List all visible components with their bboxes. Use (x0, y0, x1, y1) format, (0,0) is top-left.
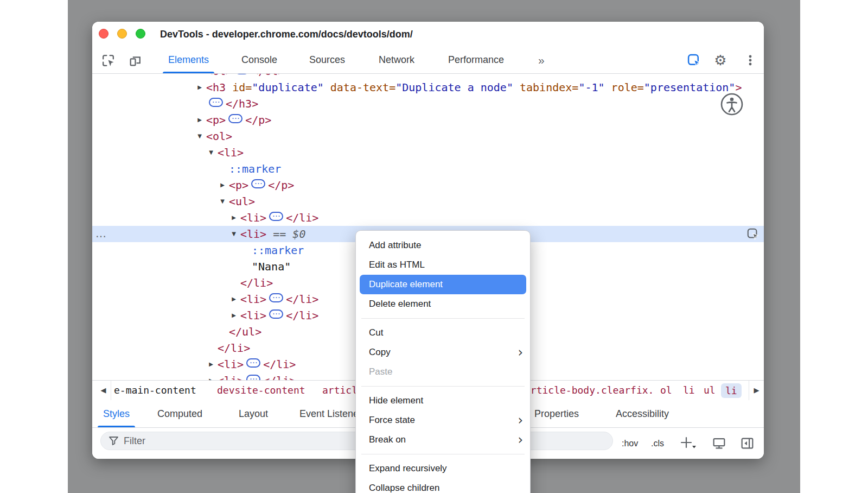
dom-token: </li> (286, 293, 318, 306)
collapse-arrow-icon[interactable]: ▼ (195, 128, 204, 144)
expand-arrow-icon[interactable]: ▶ (229, 291, 238, 307)
breadcrumb-scroll-right-icon[interactable]: ▶ (749, 381, 764, 400)
ellipsis-badge[interactable]: ⋯ (269, 293, 283, 302)
breadcrumb-li-selected[interactable]: li (721, 383, 742, 398)
dom-token: </ul> (229, 325, 261, 338)
tab-styles[interactable]: Styles (98, 400, 135, 427)
menu-divider (361, 386, 525, 387)
menu-item-expand-recursively[interactable]: Expand recursively (356, 459, 530, 478)
settings-gear-icon[interactable]: ⚙ (712, 52, 729, 68)
dom-row[interactable]: ▶<h3 id="duplicate" data-text="Duplicate… (92, 79, 764, 96)
ellipsis-badge[interactable]: ⋯ (235, 74, 249, 74)
element-picker-icon[interactable] (686, 52, 702, 68)
more-options-icon[interactable] (742, 52, 758, 68)
minimize-button[interactable] (117, 29, 127, 39)
menu-item-edit-as-html[interactable]: Edit as HTML (356, 255, 530, 275)
menu-item-copy[interactable]: Copy› (356, 343, 530, 362)
menu-item-force-state[interactable]: Force state› (356, 410, 530, 430)
submenu-arrow-icon: › (518, 411, 523, 429)
tab-network[interactable]: Network (373, 47, 420, 73)
dom-row[interactable]: ▼<ul> (92, 193, 764, 210)
dom-token: </p> (245, 113, 271, 127)
dom-row[interactable]: ▼<ol> (92, 128, 764, 144)
dom-row[interactable]: <ol>⋯</ol> (92, 74, 764, 79)
row-overflow-icon[interactable]: … (95, 226, 107, 241)
dom-token: > (735, 81, 742, 94)
tab-elements[interactable]: Elements (163, 47, 214, 73)
toggle-sidebar-icon[interactable] (740, 436, 755, 453)
menu-item-add-attribute[interactable]: Add attribute (356, 236, 530, 255)
dom-token: <li> (218, 374, 244, 380)
breadcrumb-devsite-content[interactable]: devsite-content (217, 381, 305, 400)
dom-token: <li> (240, 293, 266, 306)
dom-token: <li> (240, 227, 266, 241)
expand-arrow-icon[interactable]: ▶ (195, 112, 204, 128)
dom-token: role= (605, 81, 644, 94)
dom-token: <li> (240, 211, 266, 224)
menu-item-collapse-children[interactable]: Collapse children (356, 478, 530, 493)
dom-token: "Nana" (252, 260, 291, 273)
expand-arrow-icon[interactable]: ▶ (207, 372, 215, 380)
expand-arrow-icon[interactable]: ▶ (229, 210, 238, 226)
ellipsis-badge[interactable]: ⋯ (269, 212, 283, 221)
expand-arrow-icon[interactable]: ▶ (207, 356, 215, 372)
breadcrumb-e-main-content[interactable]: e-main-content (114, 381, 196, 400)
new-style-rule-icon[interactable] (680, 436, 697, 452)
dom-token: $0 (292, 227, 305, 241)
filter-funnel-icon (108, 435, 119, 448)
collapse-arrow-icon[interactable]: ▼ (229, 226, 238, 242)
dom-row[interactable]: ▶<li>⋯</li> (92, 210, 764, 226)
tab-layout[interactable]: Layout (233, 400, 273, 427)
dom-token: <h3 (206, 81, 226, 94)
tab-properties[interactable]: Properties (529, 400, 584, 427)
tab-computed[interactable]: Computed (152, 400, 208, 427)
dom-token: <p> (206, 113, 226, 127)
menu-item-duplicate-element[interactable]: Duplicate element (360, 275, 526, 294)
dom-row[interactable]: ▼<li> (92, 144, 764, 161)
expand-arrow-icon[interactable]: ▶ (195, 79, 204, 96)
rendering-icon[interactable] (712, 436, 726, 453)
toggle-hover-state-button[interactable]: :hov (622, 428, 638, 459)
dom-token: </li> (286, 309, 318, 322)
toggle-class-button[interactable]: .cls (651, 428, 664, 459)
ellipsis-badge[interactable]: ⋯ (246, 358, 260, 368)
dom-token: <ol> (206, 74, 232, 78)
dom-token: </ol> (252, 74, 284, 78)
breadcrumb-li[interactable]: li (683, 381, 695, 400)
dom-row[interactable]: ⋯</h3> (92, 96, 764, 112)
breadcrumb-article-body-clearfix[interactable]: article-body.clearfix. (525, 381, 654, 400)
ellipsis-badge[interactable]: ⋯ (228, 114, 242, 123)
expand-arrow-icon[interactable]: ▶ (218, 177, 227, 193)
dom-token: </li> (263, 374, 296, 380)
dom-token: </li> (218, 342, 250, 355)
menu-item-delete-element[interactable]: Delete element (356, 294, 530, 314)
dom-token: <ul> (229, 195, 255, 208)
dom-token: <li> (218, 146, 244, 159)
titlebar: DevTools - developer.chrome.com/docs/dev… (92, 22, 764, 47)
ellipsis-badge[interactable]: ⋯ (251, 179, 265, 188)
filter-placeholder: Filter (124, 432, 145, 450)
tab-accessibility[interactable]: Accessibility (610, 400, 674, 427)
window-title: DevTools - developer.chrome.com/docs/dev… (160, 22, 413, 47)
tab-performance[interactable]: Performance (443, 47, 509, 73)
collapse-arrow-icon[interactable]: ▼ (207, 144, 215, 161)
tab-sources[interactable]: Sources (304, 47, 350, 73)
expand-arrow-icon[interactable]: ▶ (229, 307, 238, 324)
ellipsis-badge[interactable]: ⋯ (246, 375, 260, 380)
collapse-arrow-icon[interactable]: ▼ (218, 193, 227, 210)
ellipsis-badge[interactable]: ⋯ (209, 98, 223, 107)
dom-row[interactable]: ::marker (92, 161, 764, 177)
dom-row[interactable]: ▶<p>⋯</p> (92, 177, 764, 193)
menu-item-hide-element[interactable]: Hide element (356, 391, 530, 410)
breadcrumb-ol[interactable]: ol (660, 381, 672, 400)
tab-console[interactable]: Console (236, 47, 283, 73)
menu-item-cut[interactable]: Cut (356, 323, 530, 343)
breadcrumb-scroll-left-icon[interactable]: ◀ (96, 381, 111, 400)
tab-more-tabs[interactable]: » (533, 47, 549, 73)
menu-item-break-on[interactable]: Break on› (356, 430, 530, 450)
dom-row[interactable]: ▶<p>⋯</p> (92, 112, 764, 128)
breadcrumb-ul[interactable]: ul (704, 381, 716, 400)
ellipsis-badge[interactable]: ⋯ (269, 309, 283, 319)
zoom-button[interactable] (136, 29, 145, 39)
close-button[interactable] (99, 29, 108, 39)
